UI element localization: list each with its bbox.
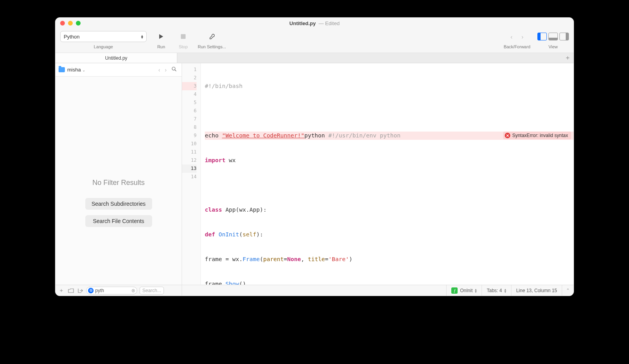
add-button[interactable]: ＋ [58, 287, 65, 294]
nav-forward-button[interactable]: › [517, 31, 528, 42]
svg-rect-0 [181, 34, 186, 39]
gutter-line: 14 [182, 173, 197, 181]
code-line: frame.Show() [205, 280, 574, 285]
gutter-line: 13 [182, 165, 197, 173]
add-tab-button[interactable]: ＋ [562, 53, 574, 63]
code-editor[interactable]: 1 2 3 4 5 6 7 8 9 10 11 12 13 14 #!/bin/… [182, 63, 574, 285]
path-search-button[interactable] [170, 66, 178, 73]
chevron-up-icon: ⌃ [566, 288, 570, 293]
gutter-line: 2 [182, 74, 197, 82]
window-title: Untitled.py — Edited [55, 20, 574, 26]
run-label: Run [157, 44, 165, 49]
tabs-text: Tabs: 4 [487, 288, 502, 293]
symbol-navigator[interactable]: f OnInit ▴▾ [446, 285, 482, 296]
run-settings-button[interactable] [204, 31, 219, 42]
nav-back-button[interactable]: ‹ [506, 31, 517, 42]
search-subdirectories-button[interactable]: Search Subdirectories [85, 198, 152, 210]
toolbar: Python ▴▾ Language Run Stop [55, 29, 574, 53]
view-label: View [548, 44, 558, 49]
code-line: class App(wx.App): [205, 206, 574, 214]
footer: ＋ ⦿ pyth ⊗ Search... f OnInit ▴▾ [55, 285, 574, 296]
error-text: SyntaxError: invalid syntax [512, 132, 568, 140]
run-settings-group: Run Settings... [198, 30, 226, 49]
gutter-line: 1 [182, 66, 197, 74]
tab-label: Untitled.py [105, 55, 127, 61]
chevron-right-icon: › [522, 33, 524, 40]
close-window-button[interactable] [60, 21, 65, 26]
footer-right: f OnInit ▴▾ Tabs: 4 ▴▾ Line 13, Column 1… [182, 285, 574, 296]
view-sidebar-left-button[interactable] [537, 33, 547, 40]
code-line-error: echo "Welcome to CodeRunner!"python #!/u… [205, 132, 574, 140]
line-gutter: 1 2 3 4 5 6 7 8 9 10 11 12 13 14 [182, 63, 201, 285]
error-icon: ✕ [505, 133, 510, 138]
search-placeholder: Search... [142, 288, 161, 293]
tab-untitled[interactable]: Untitled.py [55, 53, 177, 63]
view-console-bottom-button[interactable] [548, 33, 558, 40]
title-filename: Untitled.py [289, 20, 316, 26]
search-icon [171, 66, 177, 72]
new-folder-button[interactable] [67, 288, 74, 293]
play-icon [158, 33, 164, 40]
import-icon [77, 288, 83, 293]
search-file-contents-button[interactable]: Search File Contents [85, 215, 152, 227]
expand-button[interactable]: ⌃ [562, 285, 574, 296]
wrench-icon [209, 33, 215, 40]
language-label: Language [94, 44, 113, 49]
error-badge[interactable]: ✕SyntaxError: invalid syntax [503, 132, 571, 139]
code-line: def OnInit(self): [205, 230, 574, 239]
chevron-updown-icon: ▴▾ [504, 288, 506, 293]
content-split: misha ⌄ ‹ › No Filter Results Search Sub… [55, 63, 574, 285]
chevron-updown-icon: ▴▾ [475, 288, 477, 293]
footer-left: ＋ ⦿ pyth ⊗ Search... [55, 285, 182, 296]
function-icon: f [451, 287, 458, 294]
tab-bar: Untitled.py ＋ [55, 53, 574, 63]
gutter-line: 4 [182, 90, 197, 99]
nav-group: ‹ › Back/Forward [504, 30, 530, 49]
zoom-window-button[interactable] [76, 21, 81, 26]
cursor-position[interactable]: Line 13, Column 15 [511, 285, 562, 296]
gutter-line: 9 [182, 132, 197, 140]
sidebar-body: No Filter Results Search Subdirectories … [55, 77, 182, 285]
gutter-line: 6 [182, 107, 197, 115]
view-group: View [537, 30, 569, 49]
import-button[interactable] [77, 288, 84, 293]
minimize-window-button[interactable] [68, 21, 73, 26]
path-back-button[interactable]: ‹ [157, 67, 162, 73]
clear-filter-button[interactable]: ⊗ [131, 288, 135, 293]
svg-point-1 [172, 67, 175, 70]
stop-icon [180, 34, 186, 39]
tabs-indicator[interactable]: Tabs: 4 ▴▾ [482, 285, 511, 296]
gutter-line: 11 [182, 148, 197, 156]
titlebar: Untitled.py — Edited [55, 18, 574, 29]
code-line [205, 181, 574, 189]
chevron-left-icon: ‹ [511, 33, 513, 40]
view-sidebar-right-button[interactable] [559, 33, 569, 40]
filter-text: pyth [95, 288, 104, 293]
sidebar: misha ⌄ ‹ › No Filter Results Search Sub… [55, 63, 182, 285]
nav-label: Back/Forward [504, 44, 530, 49]
search-input[interactable]: Search... [140, 287, 164, 294]
run-button[interactable] [154, 31, 169, 42]
gutter-line: 3 [182, 82, 197, 90]
code-line: #!/bin/bash [205, 82, 574, 90]
gutter-line: 5 [182, 99, 197, 107]
title-edited: — Edited [317, 20, 340, 26]
code-body[interactable]: #!/bin/bash echo "Welcome to CodeRunner!… [201, 63, 574, 285]
gutter-line: 10 [182, 140, 197, 148]
app-window: Untitled.py — Edited Python ▴▾ Language … [55, 17, 574, 296]
traffic-lights [55, 21, 81, 26]
folder-outline-icon [68, 288, 74, 293]
code-line: import wx [205, 156, 574, 165]
language-select[interactable]: Python ▴▾ [60, 31, 147, 42]
filter-input[interactable]: ⦿ pyth ⊗ [86, 287, 137, 294]
path-forward-button[interactable]: › [163, 67, 168, 73]
symbol-name: OnInit [460, 288, 473, 293]
gutter-line: 12 [182, 156, 197, 165]
run-group: Run [154, 30, 169, 49]
filter-scope-icon: ⦿ [88, 288, 94, 293]
svg-line-2 [175, 70, 177, 71]
editor-area: 1 2 3 4 5 6 7 8 9 10 11 12 13 14 #!/bin/… [182, 63, 574, 285]
chevron-updown-icon: ▴▾ [141, 35, 143, 38]
stop-button[interactable] [176, 31, 191, 42]
folder-name[interactable]: misha ⌄ [67, 67, 85, 73]
